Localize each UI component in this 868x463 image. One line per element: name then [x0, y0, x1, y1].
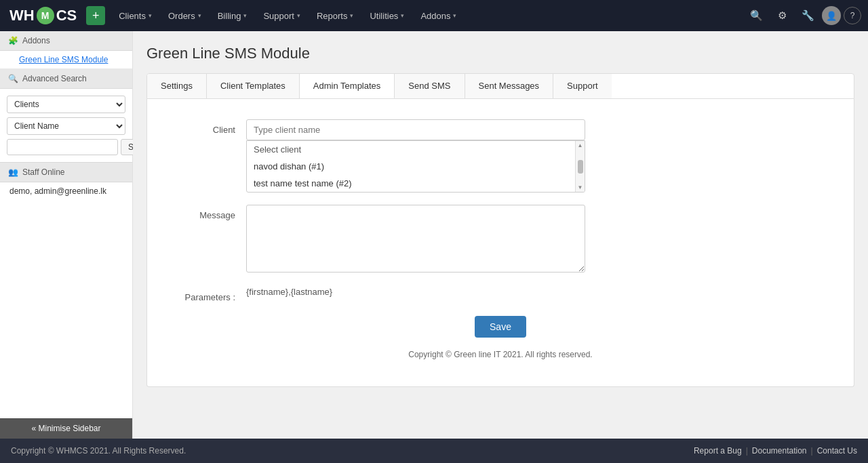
footer-copyright: Copyright © WHMCS 2021. All Rights Reser… [11, 446, 186, 456]
addons-section-header: 🧩 Addons [0, 31, 132, 51]
nav-item-addons[interactable]: Addons▾ [412, 0, 465, 31]
nav-item-reports[interactable]: Reports▾ [309, 0, 362, 31]
main-layout: 🧩 Addons Green Line SMS Module 🔍 Advance… [0, 31, 868, 439]
chevron-down-icon: ▾ [401, 12, 404, 19]
footer-separator-1: | [746, 446, 748, 456]
staff-online-header: 👥 Staff Online [0, 162, 132, 182]
parameters-label: Parameters : [167, 287, 235, 302]
footer-link-documentation[interactable]: Documentation [752, 446, 807, 456]
chevron-down-icon: ▾ [297, 12, 300, 19]
advanced-search-label: Advanced Search [22, 74, 87, 83]
list-item[interactable]: test name test name (#2) [247, 175, 575, 192]
minimise-sidebar-button[interactable]: « Minimise Sidebar [0, 418, 132, 439]
search-field-select[interactable]: Client Name Email [7, 117, 125, 135]
save-button[interactable]: Save [475, 316, 526, 338]
scroll-down-arrow[interactable]: ▼ [578, 184, 583, 190]
tab-content: Client Select client navod dishan (#1) t… [146, 99, 854, 387]
client-dropdown-inner: Select client navod dishan (#1) test nam… [247, 141, 585, 192]
addons-label: Addons [22, 36, 50, 45]
nav-item-support[interactable]: Support▾ [255, 0, 309, 31]
scroll-thumb[interactable] [578, 160, 583, 174]
nav-item-utilities[interactable]: Utilities▾ [361, 0, 412, 31]
list-item[interactable]: navod dishan (#1) [247, 158, 575, 175]
parameters-value: {firstname},{lastname} [246, 283, 332, 297]
page-title: Green Line SMS Module [146, 45, 854, 62]
tab-send-sms[interactable]: Send SMS [395, 74, 465, 98]
list-item[interactable]: Select client [247, 141, 575, 158]
client-list: Select client navod dishan (#1) test nam… [247, 141, 575, 192]
logo-icon: M [37, 7, 54, 24]
nav-item-orders[interactable]: Orders▾ [160, 0, 210, 31]
top-navigation: WHMCS + Clients▾ Orders▾ Billing▾ Suppor… [0, 0, 868, 31]
chevron-down-icon: ▾ [149, 12, 152, 19]
footer-link-report-bug[interactable]: Report a Bug [694, 446, 742, 456]
tab-admin-templates[interactable]: Admin Templates [300, 74, 395, 99]
nav-item-billing[interactable]: Billing▾ [210, 0, 256, 31]
main-content: Green Line SMS Module Settings Client Te… [133, 31, 868, 439]
gear-icon-button[interactable]: ⚙ [770, 4, 793, 27]
logo: WHMCS [7, 7, 86, 24]
search-icon-button[interactable]: 🔍 [745, 4, 768, 27]
copyright-text: Copyright © Green line IT 2021. All righ… [167, 350, 833, 359]
parameters-form-row: Parameters : {firstname},{lastname} [167, 287, 833, 302]
help-icon-button[interactable]: ? [844, 7, 861, 24]
logo-text-cs: CS [56, 7, 77, 24]
nav-right-icons: 🔍 ⚙ 🔧 👤 ? [745, 4, 861, 27]
advanced-search-header: 🔍 Advanced Search [0, 69, 132, 89]
tab-settings[interactable]: Settings [147, 74, 207, 98]
message-textarea[interactable] [246, 205, 585, 273]
search-input[interactable] [7, 139, 118, 155]
tab-client-templates[interactable]: Client Templates [207, 74, 300, 98]
avatar[interactable]: 👤 [822, 6, 841, 25]
chevron-down-icon: ▾ [198, 12, 201, 19]
chevron-down-icon: ▾ [243, 12, 247, 19]
staff-entry: demo, admin@greenline.lk [0, 182, 132, 200]
chevron-down-icon: ▾ [350, 12, 353, 19]
search-form: Clients Orders Client Name Email Search [0, 89, 132, 162]
search-section-icon: 🔍 [8, 74, 18, 83]
scroll-up-arrow[interactable]: ▲ [578, 142, 583, 148]
tab-support[interactable]: Support [553, 74, 612, 98]
chevron-down-icon: ▾ [453, 12, 456, 19]
sidebar-item-greenline[interactable]: Green Line SMS Module [0, 51, 132, 68]
bottom-footer: Copyright © WHMCS 2021. All Rights Reser… [0, 439, 868, 463]
nav-item-clients[interactable]: Clients▾ [111, 0, 160, 31]
logo-text-wh: WH [9, 7, 35, 24]
tab-sent-messages[interactable]: Sent Messages [465, 74, 554, 98]
addons-icon: 🧩 [8, 36, 18, 45]
tabs-bar: Settings Client Templates Admin Template… [146, 73, 854, 99]
wrench-icon-button[interactable]: 🔧 [796, 4, 819, 27]
nav-items: Clients▾ Orders▾ Billing▾ Support▾ Repor… [111, 0, 745, 31]
add-button[interactable]: + [86, 6, 105, 25]
footer-separator-2: | [811, 446, 813, 456]
client-form-row: Client Select client navod dishan (#1) t… [167, 119, 833, 193]
staff-online-label: Staff Online [22, 167, 64, 177]
client-dropdown: Select client navod dishan (#1) test nam… [246, 140, 585, 193]
client-field: Select client navod dishan (#1) test nam… [246, 119, 585, 193]
search-input-row: Search [7, 139, 125, 155]
footer-links: Report a Bug | Documentation | Contact U… [694, 446, 857, 456]
message-form-row: Message [167, 205, 833, 275]
staff-icon: 👥 [8, 167, 18, 177]
message-field [246, 205, 585, 275]
sidebar: 🧩 Addons Green Line SMS Module 🔍 Advance… [0, 31, 133, 439]
search-category-select[interactable]: Clients Orders [7, 96, 125, 113]
footer-link-contact-us[interactable]: Contact Us [817, 446, 857, 456]
client-label: Client [167, 119, 235, 135]
parameters-field: {firstname},{lastname} [246, 287, 585, 297]
client-name-input[interactable] [246, 119, 585, 140]
message-label: Message [167, 205, 235, 220]
dropdown-scrollbar[interactable]: ▲ ▼ [575, 141, 585, 192]
